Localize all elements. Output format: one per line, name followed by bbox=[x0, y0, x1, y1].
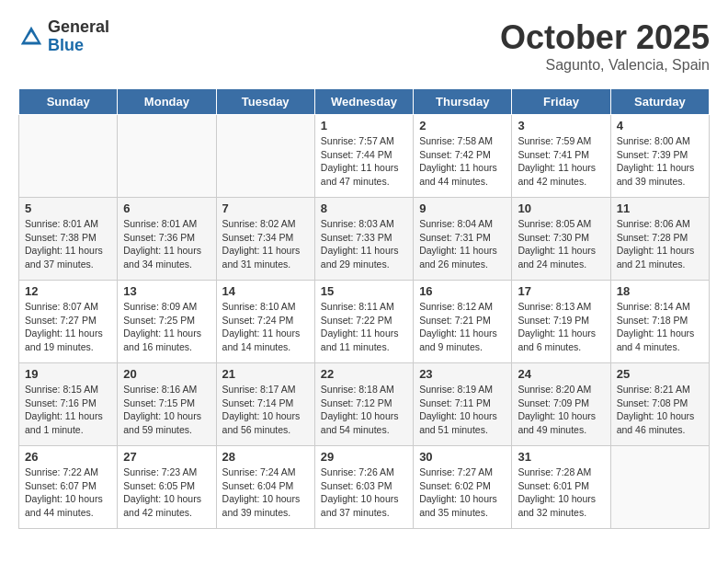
title-block: October 2025 Sagunto, Valencia, Spain bbox=[500, 18, 710, 74]
calendar-cell: 30Sunrise: 7:27 AM Sunset: 6:02 PM Dayli… bbox=[414, 446, 512, 529]
calendar-header: SundayMondayTuesdayWednesdayThursdayFrid… bbox=[19, 89, 710, 115]
day-info: Sunrise: 8:01 AM Sunset: 7:36 PM Dayligh… bbox=[123, 217, 210, 271]
day-of-week-header: Monday bbox=[118, 89, 216, 115]
logo: General Blue bbox=[18, 18, 109, 55]
day-number: 7 bbox=[222, 201, 309, 215]
day-info: Sunrise: 8:19 AM Sunset: 7:11 PM Dayligh… bbox=[419, 383, 506, 437]
day-info: Sunrise: 8:20 AM Sunset: 7:09 PM Dayligh… bbox=[518, 383, 604, 437]
day-number: 18 bbox=[617, 284, 703, 298]
calendar-cell: 29Sunrise: 7:26 AM Sunset: 6:03 PM Dayli… bbox=[314, 446, 413, 529]
day-info: Sunrise: 7:57 AM Sunset: 7:44 PM Dayligh… bbox=[321, 134, 407, 189]
calendar-cell: 26Sunrise: 7:22 AM Sunset: 6:07 PM Dayli… bbox=[19, 446, 118, 529]
day-number: 4 bbox=[617, 119, 703, 132]
day-number: 14 bbox=[222, 284, 309, 298]
calendar-cell: 25Sunrise: 8:21 AM Sunset: 7:08 PM Dayli… bbox=[610, 363, 709, 446]
day-number: 6 bbox=[123, 201, 210, 215]
calendar-cell: 14Sunrise: 8:10 AM Sunset: 7:24 PM Dayli… bbox=[216, 281, 314, 363]
calendar-cell: 10Sunrise: 8:05 AM Sunset: 7:30 PM Dayli… bbox=[512, 198, 610, 281]
day-number: 23 bbox=[419, 367, 506, 381]
calendar-table: SundayMondayTuesdayWednesdayThursdayFrid… bbox=[18, 88, 710, 529]
day-number: 25 bbox=[617, 367, 703, 381]
calendar-cell: 17Sunrise: 8:13 AM Sunset: 7:19 PM Dayli… bbox=[512, 281, 610, 363]
calendar-cell: 15Sunrise: 8:11 AM Sunset: 7:22 PM Dayli… bbox=[314, 281, 413, 363]
calendar-cell bbox=[216, 115, 314, 198]
day-number: 20 bbox=[123, 367, 210, 381]
day-info: Sunrise: 8:05 AM Sunset: 7:30 PM Dayligh… bbox=[518, 217, 604, 271]
day-info: Sunrise: 8:07 AM Sunset: 7:27 PM Dayligh… bbox=[25, 300, 111, 354]
day-number: 17 bbox=[518, 284, 604, 298]
day-info: Sunrise: 7:26 AM Sunset: 6:03 PM Dayligh… bbox=[321, 465, 407, 520]
calendar-cell: 6Sunrise: 8:01 AM Sunset: 7:36 PM Daylig… bbox=[118, 198, 216, 281]
day-info: Sunrise: 8:16 AM Sunset: 7:15 PM Dayligh… bbox=[123, 383, 210, 437]
page-header: General Blue October 2025 Sagunto, Valen… bbox=[18, 18, 710, 74]
day-number: 12 bbox=[25, 284, 111, 298]
day-info: Sunrise: 7:58 AM Sunset: 7:42 PM Dayligh… bbox=[419, 134, 506, 189]
days-of-week-row: SundayMondayTuesdayWednesdayThursdayFrid… bbox=[19, 89, 710, 115]
calendar-cell: 3Sunrise: 7:59 AM Sunset: 7:41 PM Daylig… bbox=[512, 115, 610, 198]
day-info: Sunrise: 8:21 AM Sunset: 7:08 PM Dayligh… bbox=[617, 383, 703, 437]
calendar-cell: 8Sunrise: 8:03 AM Sunset: 7:33 PM Daylig… bbox=[314, 198, 413, 281]
calendar-cell: 16Sunrise: 8:12 AM Sunset: 7:21 PM Dayli… bbox=[414, 281, 512, 363]
day-info: Sunrise: 8:12 AM Sunset: 7:21 PM Dayligh… bbox=[419, 300, 506, 354]
day-number: 21 bbox=[222, 367, 309, 381]
day-info: Sunrise: 8:14 AM Sunset: 7:18 PM Dayligh… bbox=[617, 300, 703, 354]
day-info: Sunrise: 7:23 AM Sunset: 6:05 PM Dayligh… bbox=[123, 465, 210, 520]
day-info: Sunrise: 8:10 AM Sunset: 7:24 PM Dayligh… bbox=[222, 300, 309, 354]
calendar-cell: 2Sunrise: 7:58 AM Sunset: 7:42 PM Daylig… bbox=[414, 115, 512, 198]
day-info: Sunrise: 8:00 AM Sunset: 7:39 PM Dayligh… bbox=[617, 134, 703, 189]
calendar-cell: 9Sunrise: 8:04 AM Sunset: 7:31 PM Daylig… bbox=[414, 198, 512, 281]
calendar-week-row: 12Sunrise: 8:07 AM Sunset: 7:27 PM Dayli… bbox=[19, 281, 710, 363]
day-info: Sunrise: 8:11 AM Sunset: 7:22 PM Dayligh… bbox=[321, 300, 407, 354]
logo-blue-text: Blue bbox=[48, 37, 109, 55]
logo-general-text: General bbox=[48, 18, 109, 37]
day-info: Sunrise: 7:27 AM Sunset: 6:02 PM Dayligh… bbox=[419, 465, 506, 520]
calendar-cell: 1Sunrise: 7:57 AM Sunset: 7:44 PM Daylig… bbox=[314, 115, 413, 198]
day-info: Sunrise: 8:13 AM Sunset: 7:19 PM Dayligh… bbox=[518, 300, 604, 354]
calendar-body: 1Sunrise: 7:57 AM Sunset: 7:44 PM Daylig… bbox=[19, 115, 710, 529]
day-number: 8 bbox=[321, 201, 407, 215]
calendar-cell: 19Sunrise: 8:15 AM Sunset: 7:16 PM Dayli… bbox=[19, 363, 118, 446]
day-info: Sunrise: 8:18 AM Sunset: 7:12 PM Dayligh… bbox=[321, 383, 407, 437]
day-info: Sunrise: 7:24 AM Sunset: 6:04 PM Dayligh… bbox=[222, 465, 309, 520]
calendar-cell: 12Sunrise: 8:07 AM Sunset: 7:27 PM Dayli… bbox=[19, 281, 118, 363]
day-of-week-header: Thursday bbox=[414, 89, 512, 115]
day-number: 13 bbox=[123, 284, 210, 298]
calendar-cell bbox=[19, 115, 118, 198]
day-number: 2 bbox=[419, 119, 506, 132]
calendar-cell: 24Sunrise: 8:20 AM Sunset: 7:09 PM Dayli… bbox=[512, 363, 610, 446]
day-number: 19 bbox=[25, 367, 111, 381]
day-info: Sunrise: 8:03 AM Sunset: 7:33 PM Dayligh… bbox=[321, 217, 407, 271]
calendar-cell bbox=[610, 446, 709, 529]
calendar-cell: 13Sunrise: 8:09 AM Sunset: 7:25 PM Dayli… bbox=[118, 281, 216, 363]
calendar-cell: 11Sunrise: 8:06 AM Sunset: 7:28 PM Dayli… bbox=[610, 198, 709, 281]
calendar-cell: 23Sunrise: 8:19 AM Sunset: 7:11 PM Dayli… bbox=[414, 363, 512, 446]
calendar-cell: 5Sunrise: 8:01 AM Sunset: 7:38 PM Daylig… bbox=[19, 198, 118, 281]
day-number: 22 bbox=[321, 367, 407, 381]
day-number: 29 bbox=[321, 450, 407, 464]
calendar-cell: 22Sunrise: 8:18 AM Sunset: 7:12 PM Dayli… bbox=[314, 363, 413, 446]
day-number: 26 bbox=[25, 450, 111, 464]
day-info: Sunrise: 8:15 AM Sunset: 7:16 PM Dayligh… bbox=[25, 383, 111, 437]
location: Sagunto, Valencia, Spain bbox=[500, 57, 710, 74]
calendar-week-row: 19Sunrise: 8:15 AM Sunset: 7:16 PM Dayli… bbox=[19, 363, 710, 446]
day-info: Sunrise: 7:28 AM Sunset: 6:01 PM Dayligh… bbox=[518, 465, 604, 520]
day-number: 30 bbox=[419, 450, 506, 464]
day-number: 3 bbox=[518, 119, 604, 132]
day-number: 9 bbox=[419, 201, 506, 215]
day-of-week-header: Saturday bbox=[610, 89, 709, 115]
calendar-week-row: 1Sunrise: 7:57 AM Sunset: 7:44 PM Daylig… bbox=[19, 115, 710, 198]
month-title: October 2025 bbox=[500, 18, 710, 57]
calendar-cell: 4Sunrise: 8:00 AM Sunset: 7:39 PM Daylig… bbox=[610, 115, 709, 198]
day-number: 10 bbox=[518, 201, 604, 215]
calendar-week-row: 26Sunrise: 7:22 AM Sunset: 6:07 PM Dayli… bbox=[19, 446, 710, 529]
day-info: Sunrise: 7:59 AM Sunset: 7:41 PM Dayligh… bbox=[518, 134, 604, 189]
calendar-cell: 18Sunrise: 8:14 AM Sunset: 7:18 PM Dayli… bbox=[610, 281, 709, 363]
day-number: 31 bbox=[518, 450, 604, 464]
day-number: 27 bbox=[123, 450, 210, 464]
logo-icon bbox=[18, 24, 44, 50]
day-info: Sunrise: 8:04 AM Sunset: 7:31 PM Dayligh… bbox=[419, 217, 506, 271]
calendar-cell: 21Sunrise: 8:17 AM Sunset: 7:14 PM Dayli… bbox=[216, 363, 314, 446]
day-info: Sunrise: 8:02 AM Sunset: 7:34 PM Dayligh… bbox=[222, 217, 309, 271]
calendar-cell bbox=[118, 115, 216, 198]
calendar-cell: 31Sunrise: 7:28 AM Sunset: 6:01 PM Dayli… bbox=[512, 446, 610, 529]
